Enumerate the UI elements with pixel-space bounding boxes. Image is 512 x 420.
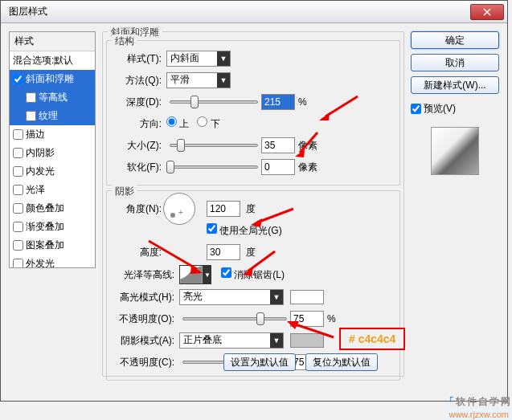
style-item-texture[interactable]: 纹理 xyxy=(10,107,95,125)
stroke-checkbox[interactable] xyxy=(13,129,23,140)
patternoverlay-checkbox[interactable] xyxy=(13,240,23,251)
size-field[interactable] xyxy=(261,137,295,153)
preview-checkbox[interactable]: 预览(V) xyxy=(411,102,499,116)
depth-label: 深度(D): xyxy=(110,96,166,109)
contour-checkbox[interactable] xyxy=(26,92,36,103)
gloss-label: 光泽等高线: xyxy=(110,268,179,282)
style-item-patternoverlay[interactable]: 图案叠加 xyxy=(10,236,95,255)
size-unit: 像素 xyxy=(298,139,317,153)
opacity2-label: 不透明度(C): xyxy=(110,356,179,369)
dialog-title: 图层样式 xyxy=(4,5,470,18)
coloroverlay-checkbox[interactable] xyxy=(13,203,23,214)
direction-down-radio[interactable]: 下 xyxy=(197,116,219,131)
gloss-contour-picker[interactable] xyxy=(179,265,203,284)
close-button[interactable] xyxy=(470,4,504,20)
antialias-checkbox[interactable]: 消除锯齿(L) xyxy=(221,267,285,282)
shading-title: 阴影 xyxy=(112,185,137,198)
angle-label: 角度(N): xyxy=(110,202,166,216)
bevel-checkbox[interactable] xyxy=(13,74,23,84)
depth-field[interactable] xyxy=(261,94,295,110)
innershadow-checkbox[interactable] xyxy=(13,148,23,158)
soften-slider[interactable] xyxy=(170,165,258,169)
cancel-button[interactable]: 取消 xyxy=(411,54,499,71)
satin-checkbox[interactable] xyxy=(13,185,23,195)
texture-checkbox[interactable] xyxy=(26,111,36,121)
style-list-header: 样式 xyxy=(10,32,95,51)
titlebar: 图层样式 xyxy=(1,1,507,23)
size-slider[interactable] xyxy=(170,144,258,147)
opacity1-label: 不透明度(O): xyxy=(110,312,179,326)
innerglow-checkbox[interactable] xyxy=(13,166,23,177)
global-light-checkbox[interactable]: 使用全局光(G) xyxy=(207,223,282,238)
altitude-label: 高度: xyxy=(110,246,166,259)
style-item-gradientoverlay[interactable]: 渐变叠加 xyxy=(10,218,95,236)
style-item-contour[interactable]: 等高线 xyxy=(10,88,95,107)
set-default-button[interactable]: 设置为默认值 xyxy=(223,353,296,371)
style-item-stroke[interactable]: 描边 xyxy=(10,125,95,144)
style-item-satin[interactable]: 光泽 xyxy=(10,181,95,199)
angle-unit: 度 xyxy=(246,203,256,214)
style-dropdown[interactable]: 内斜面▼ xyxy=(166,51,231,67)
shadow-color-swatch[interactable] xyxy=(290,333,324,348)
highlight-color-swatch[interactable] xyxy=(290,290,324,304)
highlight-opacity-field[interactable] xyxy=(290,311,324,327)
layer-style-dialog: 图层样式 样式 混合选项:默认 斜面和浮雕 等高线 纹理 描边 内阴影 内发光 … xyxy=(0,0,508,402)
highlight-mode-dropdown[interactable]: 亮光▼ xyxy=(179,289,284,305)
highlight-opacity-slider[interactable] xyxy=(182,317,287,320)
soften-field[interactable] xyxy=(261,159,295,175)
style-label: 样式(T): xyxy=(110,52,166,66)
outerglow-checkbox[interactable] xyxy=(13,259,23,268)
style-item-innershadow[interactable]: 内阴影 xyxy=(10,144,95,162)
right-panel: 确定 取消 新建样式(W)... 预览(V) xyxy=(411,31,499,393)
style-item-outerglow[interactable]: 外发光 xyxy=(10,255,95,268)
direction-label: 方向: xyxy=(110,117,166,131)
gradientoverlay-checkbox[interactable] xyxy=(13,222,23,232)
new-style-button[interactable]: 新建样式(W)... xyxy=(411,76,499,94)
highlight-mode-label: 高光模式(H): xyxy=(110,291,179,304)
angle-field[interactable] xyxy=(207,201,240,217)
altitude-unit: 度 xyxy=(246,247,256,258)
style-item-bevel[interactable]: 斜面和浮雕 xyxy=(10,70,95,88)
size-label: 大小(Z): xyxy=(110,139,166,153)
style-item-coloroverlay[interactable]: 颜色叠加 xyxy=(10,199,95,218)
reset-default-button[interactable]: 复位为默认值 xyxy=(305,353,378,371)
preview-thumbnail xyxy=(431,127,479,175)
style-list: 样式 混合选项:默认 斜面和浮雕 等高线 纹理 描边 内阴影 内发光 光泽 颜色… xyxy=(9,31,96,268)
direction-up-radio[interactable]: 上 xyxy=(166,116,189,131)
angle-widget[interactable]: + xyxy=(163,193,195,225)
style-item-innerglow[interactable]: 内发光 xyxy=(10,162,95,181)
ok-button[interactable]: 确定 xyxy=(411,31,499,49)
depth-slider[interactable] xyxy=(170,100,258,104)
shadow-mode-label: 阴影模式(A): xyxy=(110,334,179,348)
chevron-down-icon[interactable]: ▼ xyxy=(203,265,211,284)
annotation-color-box: # c4c4c4 xyxy=(339,328,405,350)
soften-label: 软化(F): xyxy=(110,161,166,174)
style-sidebar: 样式 混合选项:默认 斜面和浮雕 等高线 纹理 描边 内阴影 内发光 光泽 颜色… xyxy=(9,31,96,393)
structure-title: 结构 xyxy=(112,35,137,48)
method-label: 方法(Q): xyxy=(110,74,166,88)
style-item-blend[interactable]: 混合选项:默认 xyxy=(10,51,95,70)
soften-unit: 像素 xyxy=(298,161,317,174)
close-icon xyxy=(483,8,491,16)
method-dropdown[interactable]: 平滑▼ xyxy=(166,72,231,88)
depth-unit: % xyxy=(298,96,307,108)
altitude-field[interactable] xyxy=(207,244,240,260)
shadow-mode-dropdown[interactable]: 正片叠底▼ xyxy=(179,332,284,349)
